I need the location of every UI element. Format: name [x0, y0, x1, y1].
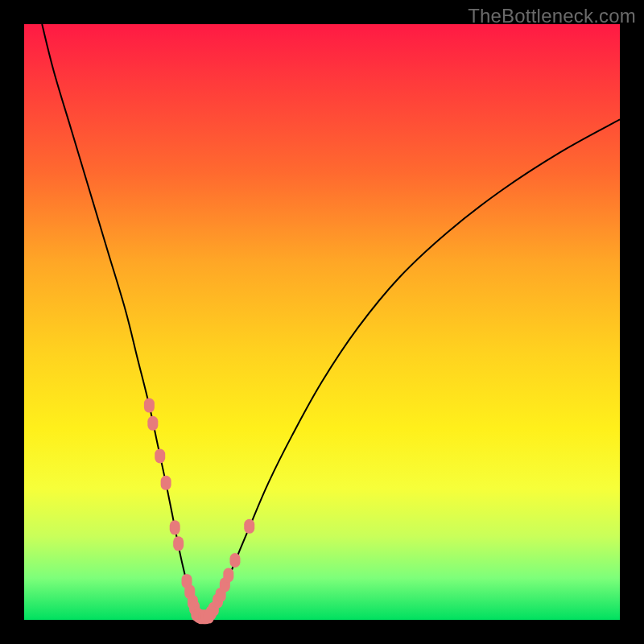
marker-markers-left [173, 536, 184, 551]
marker-markers-right [244, 519, 254, 534]
chart-svg [24, 24, 620, 620]
marker-markers-left [147, 416, 158, 431]
marker-markers-right [223, 568, 233, 583]
marker-markers-left [144, 398, 155, 413]
curve-right-curve [208, 119, 620, 617]
chart-frame: TheBottleneck.com [0, 0, 644, 644]
marker-markers-bottom [204, 609, 214, 624]
marker-markers-left [170, 520, 180, 535]
marker-markers-right [229, 553, 240, 568]
marker-markers-left [161, 476, 171, 490]
marker-markers-left [155, 449, 165, 464]
